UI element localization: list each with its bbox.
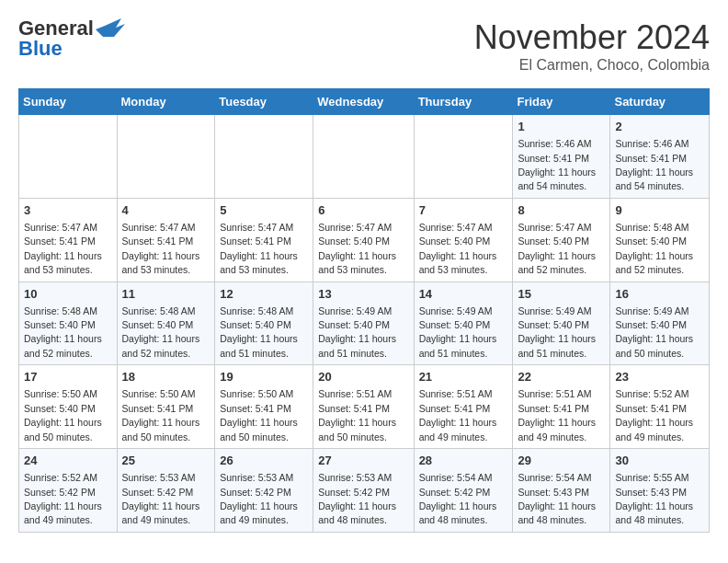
week-row-3: 10Sunrise: 5:48 AM Sunset: 5:40 PM Dayli… <box>19 282 710 365</box>
calendar-cell: 17Sunrise: 5:50 AM Sunset: 5:40 PM Dayli… <box>19 365 118 449</box>
week-row-2: 3Sunrise: 5:47 AM Sunset: 5:41 PM Daylig… <box>19 198 710 282</box>
day-number: 28 <box>419 453 508 469</box>
day-number: 22 <box>518 369 605 385</box>
day-info: Sunrise: 5:48 AM Sunset: 5:40 PM Dayligh… <box>220 305 298 359</box>
day-info: Sunrise: 5:49 AM Sunset: 5:40 PM Dayligh… <box>518 305 596 359</box>
calendar-cell: 15Sunrise: 5:49 AM Sunset: 5:40 PM Dayli… <box>513 282 610 365</box>
day-info: Sunrise: 5:48 AM Sunset: 5:40 PM Dayligh… <box>24 305 102 359</box>
calendar-cell <box>313 115 414 199</box>
day-info: Sunrise: 5:55 AM Sunset: 5:43 PM Dayligh… <box>615 472 693 525</box>
weekday-header-saturday: Saturday <box>610 89 710 115</box>
calendar-cell: 26Sunrise: 5:53 AM Sunset: 5:42 PM Dayli… <box>215 449 313 533</box>
week-row-4: 17Sunrise: 5:50 AM Sunset: 5:40 PM Dayli… <box>19 365 710 449</box>
calendar-cell: 25Sunrise: 5:53 AM Sunset: 5:42 PM Dayli… <box>117 449 215 533</box>
calendar-cell: 12Sunrise: 5:48 AM Sunset: 5:40 PM Dayli… <box>215 282 313 365</box>
calendar-cell: 30Sunrise: 5:55 AM Sunset: 5:43 PM Dayli… <box>610 449 710 533</box>
weekday-header-row: SundayMondayTuesdayWednesdayThursdayFrid… <box>19 89 710 115</box>
calendar-cell: 3Sunrise: 5:47 AM Sunset: 5:41 PM Daylig… <box>19 198 118 282</box>
day-info: Sunrise: 5:47 AM Sunset: 5:40 PM Dayligh… <box>518 222 596 275</box>
day-info: Sunrise: 5:52 AM Sunset: 5:42 PM Dayligh… <box>24 472 102 525</box>
day-number: 29 <box>518 453 605 469</box>
weekday-header-tuesday: Tuesday <box>215 89 313 115</box>
day-info: Sunrise: 5:47 AM Sunset: 5:41 PM Dayligh… <box>24 222 102 275</box>
day-info: Sunrise: 5:49 AM Sunset: 5:40 PM Dayligh… <box>419 305 497 359</box>
day-number: 19 <box>220 369 308 385</box>
day-number: 10 <box>24 286 112 303</box>
calendar-cell: 4Sunrise: 5:47 AM Sunset: 5:41 PM Daylig… <box>117 198 215 282</box>
calendar-cell: 6Sunrise: 5:47 AM Sunset: 5:40 PM Daylig… <box>313 198 414 282</box>
day-number: 26 <box>220 453 308 469</box>
page-header: General Blue November 2024 El Carmen, Ch… <box>18 18 710 74</box>
day-number: 21 <box>419 369 508 385</box>
day-number: 14 <box>419 286 508 303</box>
week-row-1: 1Sunrise: 5:46 AM Sunset: 5:41 PM Daylig… <box>19 115 710 199</box>
day-info: Sunrise: 5:47 AM Sunset: 5:41 PM Dayligh… <box>122 222 200 275</box>
calendar-cell: 7Sunrise: 5:47 AM Sunset: 5:40 PM Daylig… <box>414 198 513 282</box>
weekday-header-wednesday: Wednesday <box>313 89 414 115</box>
day-info: Sunrise: 5:50 AM Sunset: 5:40 PM Dayligh… <box>24 388 102 442</box>
calendar-cell: 20Sunrise: 5:51 AM Sunset: 5:41 PM Dayli… <box>313 365 414 449</box>
day-number: 25 <box>122 453 210 469</box>
calendar-cell: 28Sunrise: 5:54 AM Sunset: 5:42 PM Dayli… <box>414 449 513 533</box>
day-info: Sunrise: 5:47 AM Sunset: 5:40 PM Dayligh… <box>419 222 497 275</box>
day-info: Sunrise: 5:49 AM Sunset: 5:40 PM Dayligh… <box>615 305 693 359</box>
calendar-cell: 14Sunrise: 5:49 AM Sunset: 5:40 PM Dayli… <box>414 282 513 365</box>
day-number: 18 <box>122 369 210 385</box>
location: El Carmen, Choco, Colombia <box>474 57 710 74</box>
day-info: Sunrise: 5:51 AM Sunset: 5:41 PM Dayligh… <box>518 388 596 442</box>
calendar-cell: 27Sunrise: 5:53 AM Sunset: 5:42 PM Dayli… <box>313 449 414 533</box>
calendar-cell: 11Sunrise: 5:48 AM Sunset: 5:40 PM Dayli… <box>117 282 215 365</box>
calendar-cell: 21Sunrise: 5:51 AM Sunset: 5:41 PM Dayli… <box>414 365 513 449</box>
day-number: 13 <box>318 286 408 303</box>
day-number: 9 <box>615 202 704 219</box>
day-info: Sunrise: 5:46 AM Sunset: 5:41 PM Dayligh… <box>518 138 596 191</box>
day-number: 30 <box>615 453 704 469</box>
logo-bird-icon <box>96 18 125 39</box>
day-number: 20 <box>318 369 408 385</box>
day-info: Sunrise: 5:51 AM Sunset: 5:41 PM Dayligh… <box>419 388 497 442</box>
weekday-header-monday: Monday <box>117 89 215 115</box>
logo-blue: Blue <box>18 37 63 60</box>
calendar-cell: 13Sunrise: 5:49 AM Sunset: 5:40 PM Dayli… <box>313 282 414 365</box>
calendar-cell <box>215 115 313 199</box>
day-info: Sunrise: 5:48 AM Sunset: 5:40 PM Dayligh… <box>122 305 200 359</box>
calendar-cell: 22Sunrise: 5:51 AM Sunset: 5:41 PM Dayli… <box>513 365 610 449</box>
calendar-cell: 1Sunrise: 5:46 AM Sunset: 5:41 PM Daylig… <box>513 115 610 199</box>
title-block: November 2024 El Carmen, Choco, Colombia <box>474 18 710 74</box>
day-number: 4 <box>122 202 210 219</box>
calendar-cell: 23Sunrise: 5:52 AM Sunset: 5:41 PM Dayli… <box>610 365 710 449</box>
month-title: November 2024 <box>474 18 710 57</box>
day-info: Sunrise: 5:47 AM Sunset: 5:40 PM Dayligh… <box>318 222 396 275</box>
day-info: Sunrise: 5:53 AM Sunset: 5:42 PM Dayligh… <box>122 472 200 525</box>
calendar-cell: 24Sunrise: 5:52 AM Sunset: 5:42 PM Dayli… <box>19 449 118 533</box>
day-number: 5 <box>220 202 308 219</box>
calendar-cell: 19Sunrise: 5:50 AM Sunset: 5:41 PM Dayli… <box>215 365 313 449</box>
day-number: 7 <box>419 202 508 219</box>
svg-marker-0 <box>96 18 125 37</box>
day-number: 17 <box>24 369 112 385</box>
calendar-cell: 9Sunrise: 5:48 AM Sunset: 5:40 PM Daylig… <box>610 198 710 282</box>
calendar-cell: 29Sunrise: 5:54 AM Sunset: 5:43 PM Dayli… <box>513 449 610 533</box>
day-number: 24 <box>24 453 112 469</box>
weekday-header-thursday: Thursday <box>414 89 513 115</box>
weekday-header-sunday: Sunday <box>19 89 118 115</box>
calendar-cell: 8Sunrise: 5:47 AM Sunset: 5:40 PM Daylig… <box>513 198 610 282</box>
day-number: 3 <box>24 202 112 219</box>
calendar-cell <box>414 115 513 199</box>
day-info: Sunrise: 5:51 AM Sunset: 5:41 PM Dayligh… <box>318 388 396 442</box>
calendar-cell <box>19 115 118 199</box>
day-number: 23 <box>615 369 704 385</box>
day-info: Sunrise: 5:53 AM Sunset: 5:42 PM Dayligh… <box>220 472 298 525</box>
weekday-header-friday: Friday <box>513 89 610 115</box>
calendar-cell <box>117 115 215 199</box>
day-info: Sunrise: 5:53 AM Sunset: 5:42 PM Dayligh… <box>318 472 396 525</box>
day-info: Sunrise: 5:47 AM Sunset: 5:41 PM Dayligh… <box>220 222 298 275</box>
calendar-table: SundayMondayTuesdayWednesdayThursdayFrid… <box>18 88 710 533</box>
day-number: 2 <box>615 119 704 135</box>
day-number: 27 <box>318 453 408 469</box>
day-number: 8 <box>518 202 605 219</box>
day-number: 6 <box>318 202 408 219</box>
day-info: Sunrise: 5:50 AM Sunset: 5:41 PM Dayligh… <box>122 388 200 442</box>
day-info: Sunrise: 5:49 AM Sunset: 5:40 PM Dayligh… <box>318 305 396 359</box>
day-number: 16 <box>615 286 704 303</box>
